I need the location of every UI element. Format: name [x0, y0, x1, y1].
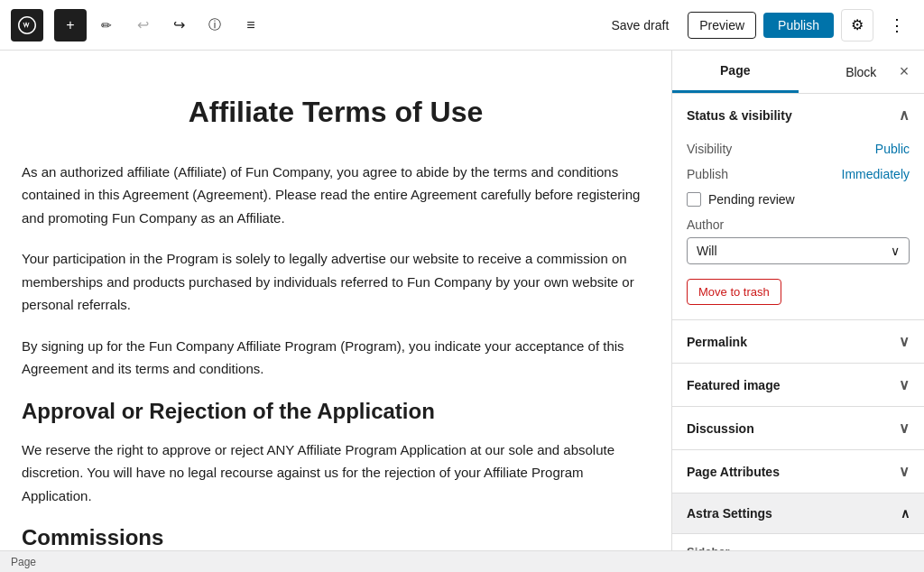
edit-tool-button[interactable]: ✏ [90, 9, 123, 42]
status-visibility-header[interactable]: Status & visibility ∧ [672, 94, 924, 136]
main-area: Affiliate Terms of Use As an authorized … [0, 51, 924, 550]
pending-review-label: Pending review [708, 192, 795, 207]
publish-value[interactable]: Immediately [842, 167, 910, 181]
page-attributes-chevron-icon: ∨ [899, 463, 910, 480]
permalink-label: Permalink [687, 335, 747, 349]
paragraph-1: As an authorized affiliate (Affiliate) o… [22, 161, 650, 230]
author-value: Will [697, 244, 717, 258]
author-row: Author Will ∨ [687, 212, 910, 273]
info-button[interactable]: ⓘ [199, 9, 231, 42]
author-chevron-icon: ∨ [891, 244, 900, 258]
tab-page[interactable]: Page [672, 51, 799, 93]
featured-image-chevron-icon: ∨ [899, 376, 910, 393]
status-bar-text: Page [11, 556, 36, 568]
author-select[interactable]: Will ∨ [687, 237, 910, 264]
permalink-header[interactable]: Permalink ∨ [672, 320, 924, 363]
list-view-button[interactable]: ≡ [235, 9, 267, 42]
pending-review-checkbox[interactable] [687, 192, 701, 207]
discussion-section: Discussion ∨ [672, 407, 924, 450]
astra-chevron-icon: ∧ [901, 506, 910, 521]
undo-icon: ↩ [137, 16, 149, 33]
info-icon: ⓘ [208, 17, 221, 33]
permalink-section: Permalink ∨ [672, 320, 924, 364]
page-attributes-section: Page Attributes ∨ [672, 450, 924, 494]
visibility-label: Visibility [687, 142, 732, 156]
settings-button[interactable]: ⚙ [841, 9, 873, 42]
add-block-button[interactable]: + [54, 9, 87, 42]
permalink-chevron-icon: ∨ [899, 333, 910, 350]
status-visibility-body: Visibility Public Publish Immediately Pe… [672, 136, 924, 319]
status-visibility-chevron: ∧ [899, 106, 910, 124]
pencil-icon: ✏ [101, 18, 112, 32]
redo-icon: ↪ [173, 16, 185, 33]
editor-content: Affiliate Terms of Use As an authorized … [0, 51, 671, 550]
discussion-label: Discussion [687, 421, 754, 436]
publish-label: Publish [687, 167, 728, 181]
page-attributes-label: Page Attributes [687, 465, 780, 479]
list-icon: ≡ [246, 17, 254, 33]
featured-image-section: Featured image ∨ [672, 364, 924, 407]
editor-inner: Affiliate Terms of Use As an authorized … [0, 51, 671, 550]
close-sidebar-button[interactable]: × [892, 60, 917, 85]
page-attributes-header[interactable]: Page Attributes ∨ [672, 450, 924, 493]
undo-button[interactable]: ↩ [126, 9, 159, 42]
visibility-row: Visibility Public [687, 136, 910, 161]
astra-settings-label: Astra Settings [687, 506, 772, 521]
plus-icon: + [66, 17, 74, 33]
more-icon: ⋮ [889, 15, 905, 35]
gear-icon: ⚙ [851, 16, 864, 33]
post-body: As an authorized affiliate (Affiliate) o… [22, 161, 650, 550]
heading-commissions: Commissions [22, 525, 650, 550]
publish-button[interactable]: Publish [763, 13, 834, 38]
astra-settings-body: Sidebar Customizer Setting ∨ [672, 534, 924, 550]
sidebar: Page Block × Status & visibility ∧ Visib… [671, 51, 924, 550]
status-visibility-label: Status & visibility [687, 108, 792, 123]
toolbar: + ✏ ↩ ↪ ⓘ ≡ Save draft Preview Publish ⚙… [0, 0, 924, 51]
astra-settings-section: Astra Settings ∧ Sidebar Customizer Sett… [672, 494, 924, 550]
paragraph-4: We reserve the right to approve or rejec… [22, 438, 650, 508]
more-options-button[interactable]: ⋮ [881, 9, 913, 42]
astra-settings-header[interactable]: Astra Settings ∧ [672, 494, 924, 534]
status-visibility-section: Status & visibility ∧ Visibility Public … [672, 94, 924, 320]
heading-approval: Approval or Rejection of the Application [22, 399, 650, 424]
pending-review-row: Pending review [687, 187, 910, 212]
visibility-value[interactable]: Public [875, 142, 910, 156]
save-draft-button[interactable]: Save draft [599, 12, 680, 39]
discussion-header[interactable]: Discussion ∨ [672, 407, 924, 449]
featured-image-header[interactable]: Featured image ∨ [672, 364, 924, 406]
redo-button[interactable]: ↪ [162, 9, 195, 42]
discussion-chevron-icon: ∨ [899, 420, 910, 437]
featured-image-label: Featured image [687, 378, 780, 392]
paragraph-2: Your participation in the Program is sol… [22, 247, 650, 317]
wp-logo [11, 9, 43, 42]
preview-button[interactable]: Preview [688, 12, 756, 39]
publish-row: Publish Immediately [687, 161, 910, 187]
paragraph-3: By signing up for the Fun Company Affili… [22, 335, 650, 381]
sidebar-tabs: Page Block × [672, 51, 924, 94]
author-label: Author [687, 217, 910, 232]
post-title[interactable]: Affiliate Terms of Use [22, 94, 650, 132]
close-icon: × [900, 62, 910, 81]
move-to-trash-button[interactable]: Move to trash [687, 279, 781, 305]
status-bar: Page [0, 550, 924, 572]
